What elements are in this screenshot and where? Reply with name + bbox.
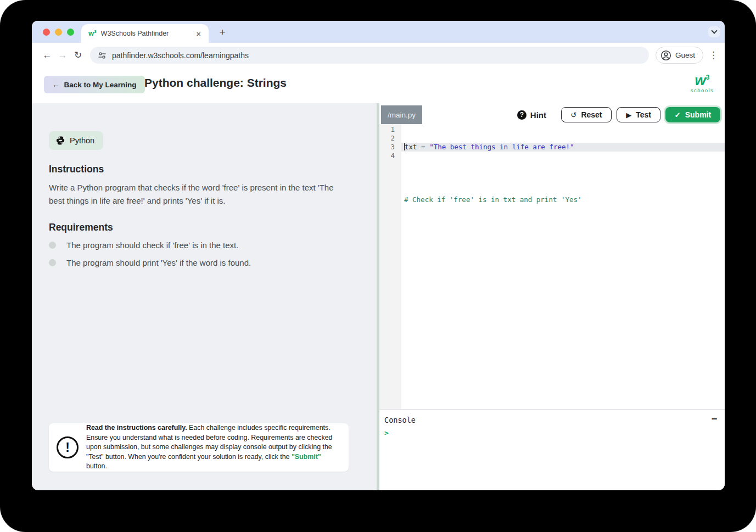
requirement-item: The program should print 'Yes' if the wo… xyxy=(49,258,251,267)
reset-button[interactable]: ↺ Reset xyxy=(561,107,612,122)
tab-strip: w3 W3Schools Pathfinder × + xyxy=(32,21,725,43)
requirement-status-icon xyxy=(49,259,56,266)
console-minimize-button[interactable]: − xyxy=(712,413,717,424)
back-arrow-icon: ← xyxy=(52,81,60,89)
python-icon xyxy=(55,136,65,145)
line-number: 2 xyxy=(379,134,395,143)
language-badge: Python xyxy=(49,131,103,150)
language-badge-label: Python xyxy=(70,136,94,145)
code-editor[interactable]: 1 2 3 4 txt = "The best things in life a… xyxy=(379,124,725,409)
code-line-3[interactable]: # Check if 'free' is in txt and print 'Y… xyxy=(401,195,725,204)
console-label: Console xyxy=(384,416,416,424)
tab-close-icon[interactable]: × xyxy=(194,29,203,38)
zoom-window-button[interactable] xyxy=(67,29,74,36)
browser-window: w3 W3Schools Pathfinder × + ← → ↻ xyxy=(32,21,725,490)
requirement-status-icon xyxy=(49,242,56,249)
url-text[interactable]: pathfinder.w3schools.com/learningpaths xyxy=(112,51,249,60)
window-controls xyxy=(43,29,74,36)
w3schools-logo: w3 schools xyxy=(690,73,715,93)
w3schools-favicon-icon: w3 xyxy=(88,29,97,37)
hint-button[interactable]: ? Hint xyxy=(517,110,546,120)
line-number: 4 xyxy=(379,152,395,160)
browser-menu-button[interactable]: ⋮ xyxy=(709,49,718,61)
play-icon: ▶ xyxy=(626,111,631,119)
console-panel: Console − > xyxy=(379,409,725,490)
exclamation-circle-icon: ! xyxy=(57,436,79,458)
line-number-gutter: 1 2 3 4 xyxy=(379,124,401,409)
instructions-heading: Instructions xyxy=(49,164,104,175)
code-line-4[interactable] xyxy=(401,222,725,231)
close-window-button[interactable] xyxy=(43,29,50,36)
tab-search-button[interactable] xyxy=(708,26,720,37)
reload-button[interactable]: ↻ xyxy=(70,49,86,61)
content-area: Python Instructions Write a Python progr… xyxy=(32,103,725,490)
line-number: 3 xyxy=(379,143,395,152)
profile-label: Guest xyxy=(675,51,695,59)
person-icon xyxy=(660,50,671,61)
submit-button[interactable]: ✓ Submit xyxy=(665,107,720,122)
back-button[interactable]: ← xyxy=(40,50,55,61)
reset-icon: ↺ xyxy=(570,111,576,119)
editor-panel: /main.py ? Hint ↺ Reset ▶ Test xyxy=(379,103,725,490)
line-number: 1 xyxy=(379,125,395,134)
address-bar[interactable]: pathfinder.w3schools.com/learningpaths xyxy=(90,47,649,64)
info-box: ! Read the instructions carefully. Each … xyxy=(49,423,349,472)
info-box-text: Read the instructions carefully. Each ch… xyxy=(86,423,341,472)
requirement-item: The program should check if 'free' is in… xyxy=(49,240,238,250)
chevron-down-icon xyxy=(711,27,717,33)
file-tab-main-py[interactable]: /main.py xyxy=(381,105,422,124)
code-line-1[interactable]: txt = "The best things in life are free!… xyxy=(401,143,725,152)
site-settings-icon[interactable] xyxy=(98,51,107,60)
back-to-learning-button[interactable]: ← Back to My Learning xyxy=(44,76,145,93)
page-header: ← Back to My Learning Python challenge: … xyxy=(32,68,725,103)
challenge-panel: Python Instructions Write a Python progr… xyxy=(32,103,377,490)
browser-tab[interactable]: w3 W3Schools Pathfinder × xyxy=(81,24,209,43)
editor-toolbar: /main.py ? Hint ↺ Reset ▶ Test xyxy=(379,103,725,124)
check-icon: ✓ xyxy=(675,111,681,119)
test-button[interactable]: ▶ Test xyxy=(617,107,660,122)
browser-toolbar: ← → ↻ pathfinder.w3schools.com/learningp… xyxy=(32,43,725,68)
question-circle-icon: ? xyxy=(517,110,527,120)
code-line-2[interactable] xyxy=(401,169,725,178)
screenshot-frame: w3 W3Schools Pathfinder × + ← → ↻ xyxy=(0,0,756,532)
profile-button[interactable]: Guest xyxy=(656,47,703,64)
forward-button[interactable]: → xyxy=(55,50,70,61)
minimize-window-button[interactable] xyxy=(55,29,62,36)
requirements-heading: Requirements xyxy=(49,222,113,233)
tab-title: W3Schools Pathfinder xyxy=(101,30,194,37)
code-lines[interactable]: txt = "The best things in life are free!… xyxy=(401,124,725,409)
console-prompt: > xyxy=(384,429,389,437)
new-tab-button[interactable]: + xyxy=(215,25,229,40)
instructions-body: Write a Python program that checks if th… xyxy=(49,181,343,208)
page-title: Python challenge: Strings xyxy=(144,76,287,89)
